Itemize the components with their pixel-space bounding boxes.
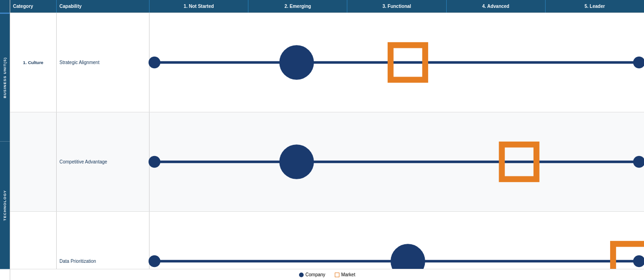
- legend-market: Market: [335, 272, 356, 277]
- svg-point-6: [280, 144, 314, 179]
- legend-company: Company: [299, 272, 325, 277]
- legend-company-dot: [299, 273, 304, 277]
- svg-point-1: [280, 45, 314, 80]
- chart-cell: [150, 212, 644, 269]
- chart-container: BUSINESS UNIT(S) TECHNOLOGY Category Cap…: [0, 0, 644, 280]
- capability-cell: Strategic Alignment: [57, 13, 150, 112]
- main-content: Category Capability 1. Not Started 2. Em…: [10, 0, 644, 280]
- chart-cell: [150, 13, 644, 112]
- data-area: 1. CultureStrategic AlignmentCompetitive…: [10, 13, 644, 269]
- legend-market-label: Market: [341, 272, 356, 277]
- legend-row: Company Market: [10, 269, 644, 280]
- vertical-labels: BUSINESS UNIT(S) TECHNOLOGY: [0, 0, 10, 280]
- capability-cell: Competitive Advantage: [57, 112, 150, 211]
- data-row: Competitive Advantage: [10, 112, 644, 212]
- legend-company-label: Company: [306, 272, 325, 277]
- svg-point-11: [390, 244, 425, 269]
- svg-point-3: [149, 57, 161, 69]
- header-level-5: 5. Leader: [546, 0, 644, 13]
- svg-point-13: [149, 255, 161, 267]
- data-row: 1. CultureStrategic Alignment: [10, 13, 644, 112]
- category-cell: 1. Culture: [10, 13, 57, 112]
- header-level-4: 4. Advanced: [447, 0, 546, 13]
- chart-cell: [150, 112, 644, 211]
- header-capability: Capability: [57, 0, 150, 13]
- svg-point-4: [633, 57, 644, 69]
- svg-point-14: [633, 255, 644, 267]
- category-cell: [10, 112, 57, 211]
- header-row: Category Capability 1. Not Started 2. Em…: [10, 0, 644, 13]
- header-level-2: 2. Emerging: [248, 0, 347, 13]
- header-category: Category: [10, 0, 57, 13]
- capability-cell: Data Prioritization: [57, 212, 150, 269]
- svg-point-8: [149, 156, 161, 168]
- header-level-1: 1. Not Started: [150, 0, 248, 13]
- header-level-3: 3. Functional: [347, 0, 446, 13]
- data-row: Data Prioritization: [10, 212, 644, 269]
- category-cell: [10, 212, 57, 269]
- legend-market-square: [335, 273, 339, 277]
- header-levels: 1. Not Started 2. Emerging 3. Functional…: [150, 0, 644, 13]
- technology-label: TECHNOLOGY: [0, 142, 10, 269]
- business-unit-label: BUSINESS UNIT(S): [0, 13, 10, 142]
- svg-point-9: [633, 156, 644, 168]
